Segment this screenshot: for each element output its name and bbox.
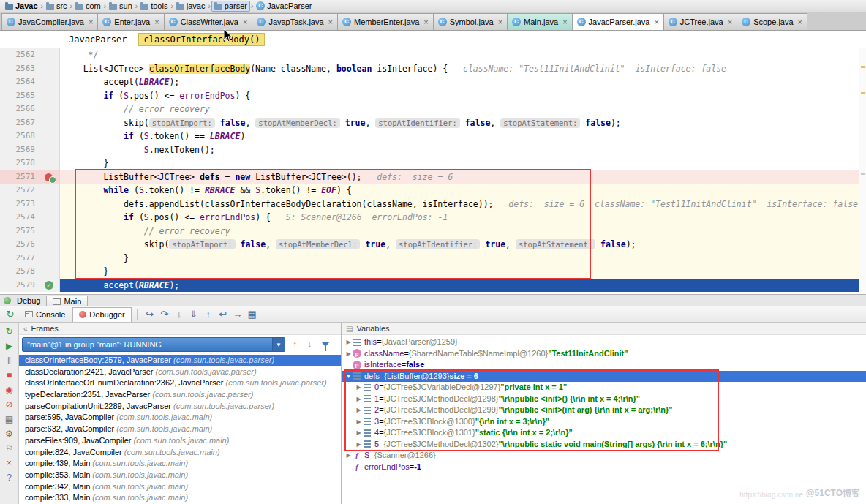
- line-number[interactable]: 2566: [0, 102, 41, 116]
- line-number[interactable]: 2568: [0, 129, 41, 143]
- drop-frame-icon[interactable]: ↩: [216, 308, 230, 321]
- debug-window-tab[interactable]: Debug: [17, 296, 40, 305]
- code-line-2574[interactable]: 2574 if (S.pos() <= errorEndPos) { S: Sc…: [0, 211, 866, 225]
- breadcrumb-item[interactable]: JavacParser: [64, 34, 131, 45]
- close-tab-icon[interactable]: ×: [154, 18, 159, 26]
- restore-layout-icon[interactable]: ▦: [3, 414, 16, 424]
- tab-classwriter-java[interactable]: CClassWriter.java×: [164, 13, 253, 30]
- code-line-2575[interactable]: 2575 // error recovery: [0, 225, 866, 238]
- close-tab-icon[interactable]: ×: [243, 18, 247, 26]
- previous-frame-icon[interactable]: ↑: [290, 339, 300, 350]
- stack-frame-row[interactable]: classDeclaration:2421, JavacParser (com.…: [19, 366, 341, 378]
- close-tab-icon[interactable]: ×: [89, 18, 93, 26]
- line-number[interactable]: 2567: [0, 116, 41, 130]
- run-to-cursor-icon[interactable]: →: [230, 308, 245, 321]
- step-out-icon[interactable]: ↑: [201, 308, 216, 321]
- variable-row[interactable]: ▼defs = {ListBuffer@1293} size = 6: [342, 371, 866, 383]
- code-line-2568[interactable]: 2568 if (S.token() == LBRACE): [0, 129, 866, 143]
- code-line-2579[interactable]: 2579 accept(RBRACE);: [0, 279, 866, 293]
- line-number[interactable]: 2578: [0, 265, 41, 279]
- line-number[interactable]: 2573: [0, 198, 41, 211]
- variable-row[interactable]: ferrorEndPos = -1: [342, 462, 866, 473]
- tab-enter-java[interactable]: CEnter.java×: [97, 13, 164, 30]
- step-into-icon[interactable]: ↓: [172, 308, 187, 321]
- stack-frame-row[interactable]: parse:595, JavaCompiler (com.sun.tools.j…: [19, 412, 341, 424]
- line-number[interactable]: 2563: [0, 62, 41, 76]
- close-tab-icon[interactable]: ×: [654, 18, 658, 26]
- line-number[interactable]: 2579: [0, 279, 41, 293]
- line-number[interactable]: 2571: [0, 170, 41, 184]
- breadcrumb-item[interactable]: classOrInterfaceBody(): [138, 33, 265, 46]
- tab-scope-java[interactable]: CScope.java×: [737, 13, 807, 30]
- code-line-2573[interactable]: 2573 defs.appendList(classOrInterfaceBod…: [0, 198, 866, 211]
- hide-library-frames-filter-icon[interactable]: [322, 342, 329, 347]
- nav-item-javac[interactable]: javac: [174, 1, 208, 12]
- stack-frame-row[interactable]: classOrInterfaceBody:2579, JavacParser (…: [19, 355, 341, 366]
- pin-icon[interactable]: ⚐: [3, 443, 16, 454]
- step-over-icon[interactable]: ↷: [157, 308, 172, 321]
- tab-javacparser-java[interactable]: CJavacParser.java×: [572, 13, 664, 30]
- variable-row[interactable]: ▶this = {JavacParser@1259}: [342, 336, 866, 348]
- evaluate-expression-icon[interactable]: ▦: [245, 308, 260, 321]
- warning-stripe-mark[interactable]: [861, 66, 865, 68]
- variable-row[interactable]: ▶fS = {Scanner@1266}: [342, 450, 866, 462]
- expand-arrow-icon[interactable]: ▶: [344, 348, 353, 360]
- view-breakpoints-icon[interactable]: ◉: [3, 385, 16, 395]
- code-line-2565[interactable]: 2565 if (S.pos() <= errorEndPos) {: [0, 89, 866, 103]
- stack-frame-row[interactable]: parse:632, JavaCompiler (com.sun.tools.j…: [19, 424, 341, 435]
- settings-gear-icon[interactable]: ⚙: [3, 429, 16, 439]
- line-number[interactable]: 2572: [0, 184, 41, 198]
- stack-frame-row[interactable]: compile:342, Main (com.sun.tools.javac.m…: [19, 481, 341, 493]
- thread-selector[interactable]: "main"@1 in group "main": RUNNING ▼: [22, 337, 285, 352]
- nav-item-tools[interactable]: tools: [138, 1, 170, 12]
- stack-frame-row[interactable]: classOrInterfaceOrEnumDeclaration:2362, …: [19, 377, 341, 389]
- line-number[interactable]: 2575: [0, 225, 41, 238]
- variable-row[interactable]: ▶2 = {JCTree$JCMethodDecl@1299} "\r\npub…: [342, 405, 866, 416]
- expand-arrow-icon[interactable]: ▶: [355, 382, 363, 394]
- code-line-2566[interactable]: 2566 // error recovery: [0, 102, 866, 116]
- code-line-2563[interactable]: 2563 List<JCTree> classOrInterfaceBody(N…: [0, 62, 866, 76]
- breakpoint-icon[interactable]: [41, 170, 60, 184]
- help-icon[interactable]: ?: [3, 473, 16, 483]
- rerun-icon[interactable]: ↻: [3, 326, 16, 336]
- expand-arrow-icon[interactable]: ▶: [355, 394, 363, 405]
- rerun-program-icon[interactable]: ↻: [3, 309, 18, 320]
- code-line-2577[interactable]: 2577 }: [0, 252, 866, 266]
- variable-row[interactable]: ▶3 = {JCTree$JCBlock@1300} "{\r\n int x …: [342, 416, 866, 428]
- code-line-2567[interactable]: 2567 skip(stopAtImport: false, stopAtMem…: [0, 116, 866, 130]
- expand-arrow-icon[interactable]: ▶: [355, 416, 363, 428]
- line-number[interactable]: 2569: [0, 143, 41, 157]
- error-stripe[interactable]: [859, 48, 866, 294]
- code-line-2569[interactable]: 2569 S.nextToken();: [0, 143, 866, 157]
- variable-row[interactable]: ▶4 = {JCTree$JCBlock@1301} "static {\r\n…: [342, 427, 866, 439]
- tab-jctree-java[interactable]: CJCTree.java×: [663, 13, 737, 30]
- stack-frame-row[interactable]: compile:439, Main (com.sun.tools.javac.m…: [19, 458, 341, 470]
- variable-row[interactable]: ▶pclassName = {SharedNameTable$NameImpl@…: [342, 348, 866, 360]
- close-tab-icon[interactable]: ×: [328, 18, 333, 26]
- close-tab-icon[interactable]: ×: [728, 18, 732, 26]
- line-number[interactable]: 2565: [0, 89, 41, 103]
- tab-console[interactable]: Console: [19, 307, 71, 322]
- tab-main-java[interactable]: CMain.java×: [507, 13, 573, 30]
- line-number[interactable]: 2562: [0, 48, 41, 62]
- line-number[interactable]: 2574: [0, 211, 41, 225]
- show-execution-point-icon[interactable]: ↪: [143, 308, 157, 321]
- variable-row[interactable]: ▶1 = {JCTree$JCMethodDecl@1298} "\r\npub…: [342, 394, 866, 405]
- variable-row[interactable]: ▶5 = {JCTree$JCMethodDecl@1302} "\r\npub…: [342, 439, 866, 451]
- code-line-2570[interactable]: 2570 }: [0, 157, 866, 170]
- nav-item-com[interactable]: com: [73, 1, 103, 12]
- nav-item-parser[interactable]: parser: [211, 1, 250, 12]
- variable-row[interactable]: ▶0 = {JCTree$JCVariableDecl@1297} "priva…: [342, 382, 866, 394]
- tab-javaptask-java[interactable]: CJavapTask.java×: [252, 13, 338, 30]
- line-number[interactable]: 2564: [0, 75, 41, 89]
- code-line-2571[interactable]: 2571 ListBuffer<JCTree> defs = new ListB…: [0, 170, 866, 184]
- tab-debugger[interactable]: Debugger: [72, 307, 131, 322]
- warning-stripe-mark[interactable]: [861, 92, 865, 94]
- line-number[interactable]: 2576: [0, 238, 41, 252]
- nav-item-src[interactable]: src: [44, 1, 69, 12]
- nav-item-sun[interactable]: sun: [107, 1, 135, 12]
- line-number[interactable]: 2577: [0, 252, 41, 266]
- stack-frame-row[interactable]: typeDeclaration:2351, JavacParser (com.s…: [19, 389, 341, 401]
- nav-item-javacparser[interactable]: CJavacParser: [254, 1, 314, 12]
- stack-frame-row[interactable]: compile:824, JavaCompiler (com.sun.tools…: [19, 447, 341, 459]
